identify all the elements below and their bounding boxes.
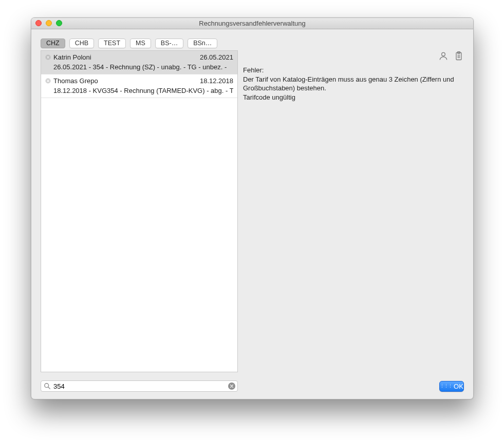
tab-ms[interactable]: MS [130, 39, 151, 48]
list-item[interactable]: Thomas Grepo 18.12.2018 18.12.2018 - KVG… [41, 74, 237, 98]
svg-point-5 [442, 52, 445, 56]
titlebar: Rechnungsversandfehlerverwaltung [31, 18, 473, 29]
search-icon [44, 382, 51, 390]
traffic-lights [35, 20, 62, 26]
tab-bs[interactable]: BS-… [155, 39, 183, 48]
search-field-wrap [41, 380, 238, 392]
left-column: Katrin Poloni 26.05.2021 26.05.2021 - 35… [41, 50, 238, 392]
ok-button[interactable]: ⋮⋮⋮ OK [439, 381, 464, 392]
tab-chz[interactable]: CHZ [41, 39, 65, 48]
tab-chb[interactable]: CHB [69, 39, 94, 48]
right-column: Fehler: Der Tarif von Katalog-Einträgen … [243, 50, 464, 392]
list-item-detail: 18.12.2018 - KVG354 - Rechnung (TARMED-K… [45, 87, 233, 94]
zoom-window-button[interactable] [56, 20, 62, 26]
list-item-date: 18.12.2018 [200, 77, 233, 85]
remove-icon [45, 78, 51, 84]
list-item[interactable]: Katrin Poloni 26.05.2021 26.05.2021 - 35… [41, 51, 237, 74]
ok-button-label: OK [454, 382, 463, 390]
window-title: Rechnungsversandfehlerverwaltung [199, 20, 305, 27]
error-detail-text: Fehler: Der Tarif von Katalog-Einträgen … [243, 66, 464, 102]
svg-line-3 [48, 387, 50, 389]
remove-icon [45, 54, 51, 60]
error-list: Katrin Poloni 26.05.2021 26.05.2021 - 35… [41, 50, 238, 372]
tab-bsn[interactable]: BSn… [188, 39, 217, 48]
search-input[interactable] [41, 380, 238, 392]
minimize-window-button[interactable] [46, 20, 52, 26]
list-item-name: Thomas Grepo [53, 77, 200, 85]
default-button-indicator-icon: ⋮⋮⋮ [440, 384, 452, 389]
list-item-detail: 26.05.2021 - 354 - Rechnung (SZ) - unabg… [45, 63, 233, 71]
tab-test[interactable]: TEST [98, 39, 126, 48]
list-item-date: 26.05.2021 [200, 53, 233, 61]
content-area: CHZ CHB TEST MS BS-… BSn… K [31, 29, 473, 399]
clipboard-icon[interactable] [454, 51, 464, 61]
person-icon[interactable] [438, 51, 449, 61]
clear-search-icon[interactable] [228, 382, 236, 390]
app-window: Rechnungsversandfehlerverwaltung CHZ CHB… [31, 17, 474, 399]
tab-bar: CHZ CHB TEST MS BS-… BSn… [41, 39, 464, 48]
list-item-name: Katrin Poloni [53, 53, 200, 61]
close-window-button[interactable] [35, 20, 42, 26]
